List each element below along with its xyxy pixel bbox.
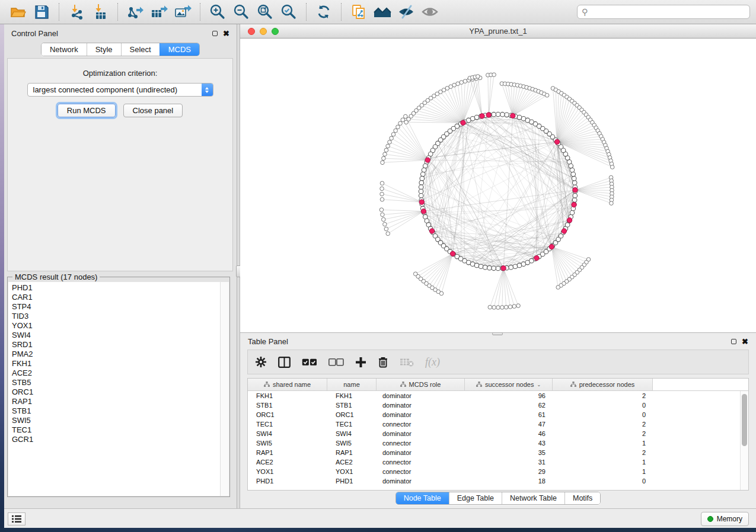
column-header-label: shared name: [273, 381, 311, 388]
mcds-node-item[interactable]: GCR1: [12, 435, 220, 444]
export-image-icon[interactable]: [171, 2, 194, 22]
table-cell: STB1: [248, 400, 327, 410]
column-header-shared-name[interactable]: shared name: [248, 379, 327, 390]
table-cell: dominator: [377, 400, 465, 410]
mcds-node-item[interactable]: ACE2: [12, 368, 220, 378]
table-cell: 35: [465, 448, 553, 457]
table-header-row: shared namenameMCDS rolesuccessor nodes⌄…: [248, 379, 748, 391]
open-file-icon[interactable]: [6, 2, 30, 22]
table-row[interactable]: PHD1PHD1dominator180: [248, 476, 748, 486]
zoom-in-icon[interactable]: [206, 2, 229, 22]
table-cell: dominator: [377, 391, 465, 400]
mcds-result-list[interactable]: PHD1CAR1STP4TID3YOX1SWI4SRD1PMA2FKH1ACE2…: [8, 282, 220, 496]
mcds-node-item[interactable]: PHD1: [12, 283, 220, 293]
network-window-title: YPA_prune.txt_1: [240, 27, 756, 36]
column-header-MCDS-role[interactable]: MCDS role: [377, 379, 465, 390]
mcds-node-item[interactable]: PMA2: [12, 350, 220, 359]
refresh-style-icon[interactable]: [312, 2, 336, 22]
table-tabs: Node Table Edge Table Network Table Moti…: [395, 492, 601, 505]
tab-mcds[interactable]: MCDS: [160, 43, 199, 56]
mcds-node-item[interactable]: ORC1: [12, 387, 220, 397]
hide-selected-icon[interactable]: [394, 2, 418, 22]
mcds-list-scrollbar[interactable]: [220, 282, 229, 496]
delete-column-icon[interactable]: [378, 356, 388, 368]
table-cell: ORC1: [327, 410, 377, 419]
table-row[interactable]: ACE2ACE2connector311: [248, 457, 748, 467]
node-table: shared namenameMCDS rolesuccessor nodes⌄…: [247, 378, 749, 491]
deselect-all-checkboxes-icon[interactable]: [328, 358, 344, 366]
split-pane-icon[interactable]: [278, 357, 291, 368]
float-table-panel-icon[interactable]: [731, 339, 736, 344]
mcds-node-item[interactable]: STB5: [12, 378, 220, 387]
tab-edge-table[interactable]: Edge Table: [449, 492, 502, 504]
float-panel-icon[interactable]: [212, 31, 218, 36]
first-neighbors-icon[interactable]: [371, 2, 394, 22]
gear-icon[interactable]: [255, 356, 267, 368]
table-panel-title: Table Panel: [248, 337, 288, 346]
close-table-panel-icon[interactable]: ✖: [742, 338, 748, 345]
scrollbar-thumb[interactable]: [742, 394, 747, 446]
mcds-node-item[interactable]: SWI5: [12, 416, 220, 425]
column-header-label: name: [343, 381, 360, 388]
tab-style[interactable]: Style: [87, 43, 121, 56]
mcds-node-item[interactable]: TID3: [12, 312, 220, 321]
table-row[interactable]: FKH1FKH1dominator962: [248, 391, 748, 400]
table-row[interactable]: SWI4SWI4dominator462: [248, 429, 748, 438]
show-all-icon[interactable]: [418, 2, 442, 22]
memory-label: Memory: [717, 515, 742, 523]
show-panels-list-button[interactable]: [8, 512, 25, 525]
control-panel-title: Control Panel: [11, 29, 58, 38]
column-header-name[interactable]: name: [327, 379, 377, 390]
zoom-selected-icon[interactable]: [277, 2, 301, 22]
table-row[interactable]: ORC1ORC1dominator610: [248, 410, 748, 419]
import-network-icon[interactable]: [65, 2, 88, 22]
mcds-node-item[interactable]: TEC1: [12, 425, 220, 435]
save-session-icon[interactable]: [30, 2, 53, 22]
table-row[interactable]: YOX1YOX1connector291: [248, 467, 748, 476]
mcds-result-groupbox: MCDS result (17 nodes) PHD1CAR1STP4TID3Y…: [7, 277, 230, 497]
column-header-successor-nodes[interactable]: successor nodes⌄: [465, 379, 553, 390]
copy-share-network-icon[interactable]: [347, 2, 371, 22]
select-all-checkboxes-icon[interactable]: [302, 358, 317, 366]
export-network-icon[interactable]: [123, 2, 147, 22]
mcds-node-item[interactable]: SRD1: [12, 340, 220, 350]
memory-button[interactable]: Memory: [701, 512, 749, 526]
import-table-icon[interactable]: [88, 2, 112, 22]
table-cell: connector: [377, 457, 465, 467]
mcds-node-item[interactable]: STP4: [12, 302, 220, 312]
mcds-node-item[interactable]: RAP1: [12, 397, 220, 406]
close-panel-button[interactable]: Close panel: [123, 104, 183, 117]
run-mcds-button[interactable]: Run MCDS: [58, 104, 116, 117]
criterion-select[interactable]: largest connected component (undirected): [27, 83, 213, 97]
table-row[interactable]: SWI5SWI5connector431: [248, 438, 748, 448]
tab-node-table[interactable]: Node Table: [396, 492, 449, 504]
table-vertical-scrollbar[interactable]: [740, 391, 748, 490]
network-graph-canvas[interactable]: [240, 39, 756, 332]
mcds-node-item[interactable]: STB1: [12, 406, 220, 416]
mcds-node-item[interactable]: SWI4: [12, 331, 220, 340]
close-panel-icon[interactable]: ✖: [223, 30, 229, 37]
tab-select[interactable]: Select: [121, 43, 160, 56]
table-row[interactable]: RAP1RAP1dominator352: [248, 448, 748, 457]
search-input[interactable]: [577, 5, 750, 19]
table-panel: Table Panel ✖ f(x) shared namenameMCD: [240, 332, 756, 508]
mcds-node-item[interactable]: CAR1: [12, 293, 220, 302]
tab-network[interactable]: Network: [42, 43, 87, 56]
control-panel: Control Panel ✖ Network Style Select MCD…: [4, 24, 237, 508]
zoom-out-icon[interactable]: [229, 2, 253, 22]
table-panel-splitter-grip[interactable]: [492, 332, 503, 335]
tab-motifs[interactable]: Motifs: [564, 492, 600, 504]
table-cell: FKH1: [248, 391, 327, 400]
export-table-icon[interactable]: [147, 2, 171, 22]
mcds-node-item[interactable]: YOX1: [12, 321, 220, 331]
zoom-fit-icon[interactable]: [253, 2, 277, 22]
table-row[interactable]: TEC1TEC1connector472: [248, 419, 748, 429]
select-stepper-icon: [202, 84, 213, 96]
mcds-node-item[interactable]: FKH1: [12, 359, 220, 368]
table-cell: ACE2: [327, 457, 377, 467]
column-header-predecessor-nodes[interactable]: predecessor nodes: [553, 379, 653, 390]
table-cell: TEC1: [327, 419, 377, 429]
add-column-icon[interactable]: [355, 357, 366, 368]
tab-network-table[interactable]: Network Table: [502, 492, 564, 504]
table-row[interactable]: STB1STB1dominator620: [248, 400, 748, 410]
